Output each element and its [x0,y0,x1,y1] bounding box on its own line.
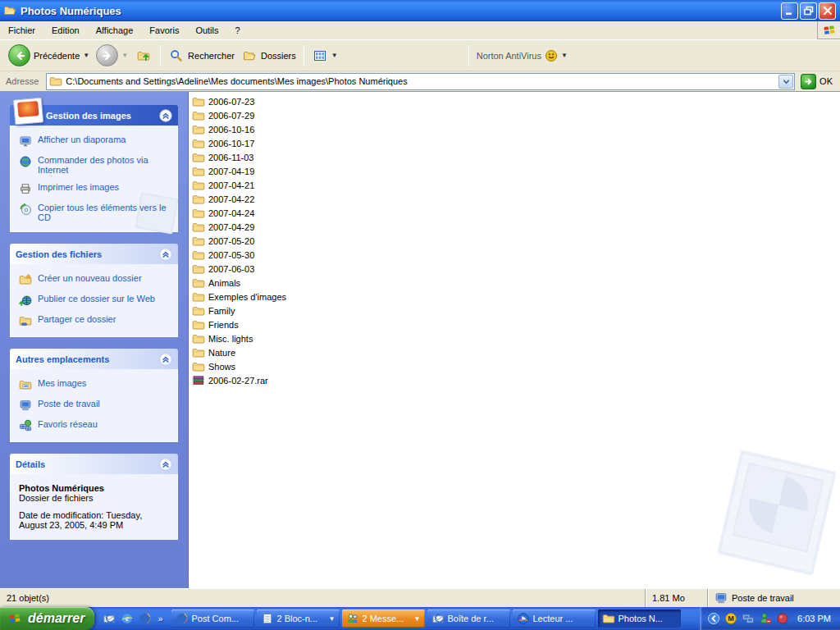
views-button[interactable]: ▼ [308,46,341,66]
search-button[interactable]: Rechercher [165,46,238,66]
task-link[interactable]: Imprimer les images [19,182,169,195]
chevron-up-icon[interactable] [159,458,172,471]
red-ball-icon[interactable] [776,612,789,625]
task-link[interactable]: Commander des photos via Internet [19,155,169,175]
file-row[interactable]: 2006-02-27.rar [190,373,840,387]
file-row[interactable]: 2006-07-23 [190,94,840,108]
task-link[interactable]: Mes images [19,378,169,391]
search-label: Rechercher [188,51,235,61]
file-label: 2007-05-30 [208,250,254,260]
outlook-express-icon [431,612,445,625]
taskbar-task[interactable]: 2 Messe...▼ [342,609,425,628]
back-button[interactable]: Précédente ▼ [5,43,93,68]
task-pane-sidebar: Gestion des imagesAfficher un diaporamaC… [0,92,189,588]
menu-edition[interactable]: Edition [43,22,88,39]
outlook-express-icon[interactable] [103,612,116,625]
task-link[interactable]: Afficher un diaporama [19,135,169,148]
file-row[interactable]: Nature [190,345,840,359]
folder-icon [192,290,205,304]
restore-button[interactable] [800,2,817,20]
chevron-up-icon[interactable] [159,353,172,366]
system-tray: M 6:03 PM [700,607,840,630]
my-pictures-icon [19,378,32,391]
quick-launch-overflow-chevron[interactable]: » [158,614,162,623]
menu-help[interactable]: ? [227,22,249,39]
task-link-label: Favoris réseau [38,419,98,429]
taskbar-task[interactable]: Post Com... [171,609,254,628]
task-link[interactable]: Partager ce dossier [19,314,169,327]
file-row[interactable]: Exemples d'images [190,290,840,304]
file-row[interactable]: 2007-04-29 [190,220,840,234]
task-link[interactable]: Favoris réseau [19,419,169,432]
task-group-dropdown-icon[interactable]: ▼ [329,615,336,623]
panel-header-details[interactable]: Détails [10,454,178,474]
norton-dropdown-icon[interactable]: ▼ [561,52,568,59]
taskbar-task[interactable]: Lecteur ... [513,609,596,628]
task-link[interactable]: Créer un nouveau dossier [19,273,169,286]
file-row[interactable]: 2007-05-30 [190,248,840,262]
clock[interactable]: 6:03 PM [797,614,831,623]
forward-button[interactable]: ▼ [93,43,131,68]
panel-title: Détails [16,459,45,469]
norton-antivirus-button[interactable]: Norton AntiVirus ▼ [473,48,571,64]
panel-header-other-places[interactable]: Autres emplacements [10,349,178,369]
taskbar-task[interactable]: Boîte de r... [427,609,510,628]
file-row[interactable]: Animals [190,276,840,290]
file-row[interactable]: 2007-05-20 [190,234,840,248]
folders-button[interactable]: Dossiers [238,46,299,66]
file-row[interactable]: Shows [190,359,840,373]
menu-favoris[interactable]: Favoris [141,22,187,39]
chevron-up-icon[interactable] [159,248,172,261]
task-group-dropdown-icon[interactable]: ▼ [414,615,421,623]
file-row[interactable]: 2007-04-21 [190,178,840,192]
details-modified-date: Date de modification: Tuesday, August 23… [19,510,169,530]
file-row[interactable]: Friends [190,317,840,331]
taskbar-task[interactable]: Photos N... [598,609,681,628]
chevron-up-icon[interactable] [159,109,172,122]
task-label: Photos N... [619,614,677,623]
ie-icon[interactable]: e [121,612,134,625]
file-row[interactable]: 2007-04-22 [190,192,840,206]
go-label: OK [819,76,833,86]
menu-fichier[interactable]: Fichier [0,22,43,39]
file-label: 2007-04-29 [208,222,254,232]
task-link[interactable]: Poste de travail [19,399,169,412]
file-label: 2007-04-24 [208,208,254,218]
task-link[interactable]: Publier ce dossier sur le Web [19,294,169,307]
minimize-button[interactable] [781,2,798,20]
task-label: 2 Bloc-n... [277,614,326,623]
file-row[interactable]: Misc. lights [190,331,840,345]
file-row[interactable]: Family [190,304,840,317]
start-label: démarrer [28,611,84,626]
address-input[interactable]: C:\Documents and Settings\Adeline\Mes do… [46,73,795,90]
forward-dropdown-icon[interactable]: ▼ [121,52,128,59]
task-link-label: Afficher un diaporama [38,135,126,144]
task-link-label: Copier tous les éléments vers le CD [38,203,169,222]
file-row[interactable]: 2006-10-16 [190,122,840,136]
folder-icon [192,221,205,234]
up-button[interactable] [131,45,156,66]
panel-header-file-tasks[interactable]: Gestion des fichiers [10,244,178,264]
address-dropdown-button[interactable] [778,75,793,89]
file-row[interactable]: 2006-11-03 [190,150,840,164]
person-busy-icon[interactable] [759,612,772,625]
file-row[interactable]: 2007-04-24 [190,206,840,220]
file-row[interactable]: 2007-06-03 [190,262,840,276]
folder-icon [49,75,62,88]
taskbar-task[interactable]: 2 Bloc-n...▼ [257,609,340,628]
firefox-icon[interactable] [139,612,152,625]
back-dropdown-icon[interactable]: ▼ [83,52,89,59]
msn-icon[interactable]: M [724,612,737,625]
go-button[interactable]: OK [799,74,838,89]
menu-affichage[interactable]: Affichage [88,22,142,39]
close-button[interactable] [819,2,836,20]
file-row[interactable]: 2006-07-29 [190,108,840,122]
menu-outils[interactable]: Outils [187,22,226,39]
start-button[interactable]: démarrer [0,607,94,630]
views-dropdown-icon[interactable]: ▼ [331,52,338,59]
tray-network-icon[interactable] [742,612,755,625]
file-row[interactable]: 2007-04-19 [190,164,840,178]
task-link[interactable]: Copier tous les éléments vers le CD [19,203,169,222]
tray-chevron-icon[interactable] [707,612,720,625]
file-row[interactable]: 2006-10-17 [190,136,840,150]
